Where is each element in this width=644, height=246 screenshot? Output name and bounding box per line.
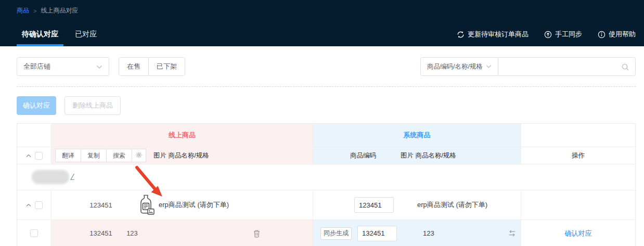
system-product-group-header: 系统商品 <box>313 124 521 147</box>
upload-circle-icon <box>544 31 552 38</box>
filter-bar: 全部店铺 在售 已下架 商品编码/名称/规格 <box>17 57 636 76</box>
help-label: 使用帮助 <box>609 30 636 39</box>
swap-arrows-icon[interactable] <box>508 229 517 237</box>
system-product-name: 123 <box>423 229 434 237</box>
row-select-cell <box>17 190 51 219</box>
row-checkbox[interactable] <box>35 201 43 209</box>
system-code-header: 商品编码 <box>346 151 380 160</box>
breadcrumb-separator-icon: > <box>33 8 36 14</box>
divider <box>17 86 636 87</box>
system-product-cell: 同步生成 123 <box>313 220 521 246</box>
info-icon <box>598 31 606 38</box>
copy-button[interactable]: 复制 <box>81 149 107 162</box>
table-row: 123451 <box>17 190 635 220</box>
search-input[interactable] <box>498 58 635 75</box>
product-matching-page: 商品 > 线上商品对应 待确认对应 已对应 更新待审核订单商品 <box>0 0 644 246</box>
search-type-value: 商品编码/名称/规格 <box>427 62 486 71</box>
confirm-match-button[interactable]: 确认对应 <box>17 96 56 115</box>
bulk-action-bar: 确认对应 删除线上商品 <box>17 96 121 115</box>
refresh-icon <box>457 31 465 38</box>
system-columns-header: 图片 商品名称/规格 <box>401 151 456 160</box>
help-button[interactable]: 使用帮助 <box>598 30 636 39</box>
system-code-input[interactable] <box>357 226 397 241</box>
operation-group-header <box>521 124 635 147</box>
online-subheader-cell: 翻译 复制 搜索 <box>51 147 313 164</box>
shop-select[interactable]: 全部店铺 <box>17 57 109 76</box>
trash-icon[interactable] <box>253 229 261 238</box>
off-shelf-button[interactable]: 已下架 <box>148 57 185 76</box>
settings-gear-button[interactable] <box>132 149 146 162</box>
refresh-pending-orders-button[interactable]: 更新待审核订单商品 <box>457 30 529 39</box>
collapse-row-caret-icon[interactable] <box>26 203 31 207</box>
table-group-header-row: 线上商品 系统商品 <box>17 124 635 147</box>
search-products-button[interactable]: 搜索 <box>106 149 132 162</box>
manual-sync-label: 手工同步 <box>555 30 582 39</box>
breadcrumb-current: 线上商品对应 <box>41 6 78 15</box>
operation-cell: 确认对应 <box>521 220 635 246</box>
online-columns-header: 图片 商品名称/规格 <box>153 151 209 160</box>
online-toolbar: 翻译 复制 搜索 <box>55 149 146 162</box>
online-product-code: 123451 <box>51 201 150 209</box>
topbar-actions: 更新待审核订单商品 手工同步 <box>457 30 636 39</box>
product-image-placeholder-icon[interactable] <box>137 194 154 216</box>
table-row: 132451 123 同步生成 <box>17 220 635 246</box>
manual-sync-button[interactable]: 手工同步 <box>544 30 582 39</box>
refresh-pending-orders-label: 更新待审核订单商品 <box>468 30 529 39</box>
online-product-cell: 132451 123 <box>51 220 313 246</box>
matching-table: 线上商品 系统商品 翻译 复制 搜索 <box>17 123 636 246</box>
partial-character <box>69 173 75 184</box>
topbar: 商品 > 线上商品对应 待确认对应 已对应 更新待审核订单商品 <box>0 0 644 46</box>
tab-bar: 待确认对应 已对应 <box>17 24 108 46</box>
breadcrumb-section[interactable]: 商品 <box>17 6 29 15</box>
sale-status-button-group: 在售 已下架 <box>119 57 185 76</box>
select-column-header <box>17 124 51 147</box>
gear-icon <box>135 151 143 160</box>
delete-online-product-button[interactable]: 删除线上商品 <box>65 96 121 115</box>
system-product-cell: erp商品测试 (请勿下单) <box>313 190 521 219</box>
system-code-input[interactable] <box>354 197 394 213</box>
table-subheader-row: 翻译 复制 搜索 <box>17 147 635 164</box>
search-box <box>498 57 636 76</box>
system-subheader-cell: 商品编码 图片 商品名称/规格 <box>313 147 521 164</box>
chevron-down-icon <box>486 63 492 70</box>
breadcrumb: 商品 > 线上商品对应 <box>17 6 78 15</box>
shop-select-value: 全部店铺 <box>23 62 96 71</box>
online-product-group-header: 线上商品 <box>51 124 313 147</box>
on-sale-button[interactable]: 在售 <box>119 57 149 76</box>
tab-matched[interactable]: 已对应 <box>63 24 108 46</box>
shop-group-row <box>17 164 635 190</box>
online-product-name: erp商品测试 (请勿下单) <box>159 200 229 210</box>
system-product-name: erp商品测试 (请勿下单) <box>417 200 487 210</box>
translate-button[interactable]: 翻译 <box>55 149 81 162</box>
collapse-all-caret-icon[interactable] <box>26 154 31 158</box>
chevron-down-icon <box>96 63 102 71</box>
select-all-cell <box>17 147 51 164</box>
operation-cell <box>521 190 635 219</box>
confirm-match-link[interactable]: 确认对应 <box>565 229 592 238</box>
blurred-shop-name <box>32 170 69 184</box>
row-select-cell <box>17 220 51 246</box>
sync-generate-button[interactable]: 同步生成 <box>320 227 352 240</box>
online-product-cell: 123451 <box>51 190 313 219</box>
search-type-select[interactable]: 商品编码/名称/规格 <box>420 57 498 76</box>
select-all-checkbox[interactable] <box>35 152 43 160</box>
online-product-name: 123 <box>104 229 161 237</box>
tab-pending-match[interactable]: 待确认对应 <box>17 24 63 46</box>
row-checkbox[interactable] <box>30 229 38 237</box>
operation-header: 操作 <box>521 147 635 164</box>
